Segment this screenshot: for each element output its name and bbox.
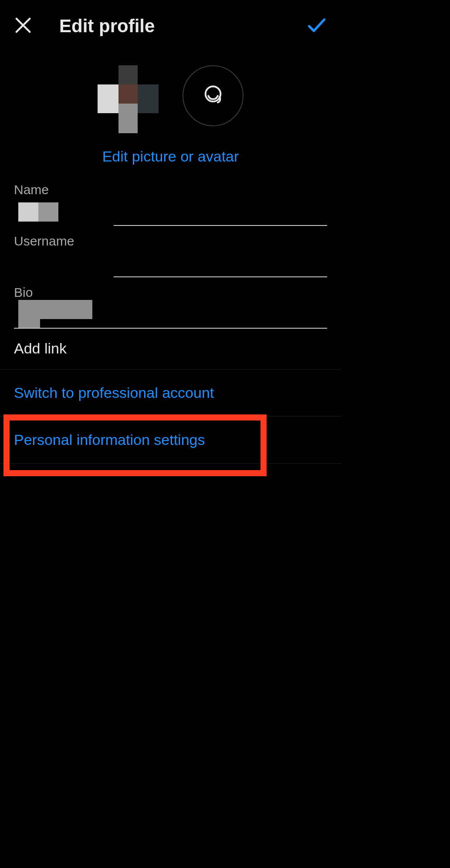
avatar-face-icon [202, 84, 224, 108]
bio-field-row: Bio [14, 285, 327, 333]
username-input[interactable] [14, 251, 327, 277]
confirm-icon[interactable] [305, 14, 328, 38]
personal-info-settings-link[interactable]: Personal information settings [0, 417, 341, 463]
bio-label: Bio [14, 285, 327, 300]
name-field-row: Name [14, 182, 327, 230]
profile-picture[interactable] [98, 65, 159, 126]
avatar-button[interactable] [183, 65, 244, 126]
add-link-button[interactable]: Add link [14, 336, 327, 369]
edit-picture-link[interactable]: Edit picture or avatar [0, 148, 341, 165]
username-label: Username [14, 234, 327, 249]
bio-input[interactable] [14, 303, 327, 329]
name-input[interactable] [14, 200, 327, 226]
close-icon[interactable] [13, 15, 33, 37]
name-label: Name [14, 182, 327, 197]
switch-professional-link[interactable]: Switch to professional account [0, 370, 341, 416]
page-title: Edit profile [59, 16, 305, 37]
username-field-row: Username [14, 234, 327, 282]
